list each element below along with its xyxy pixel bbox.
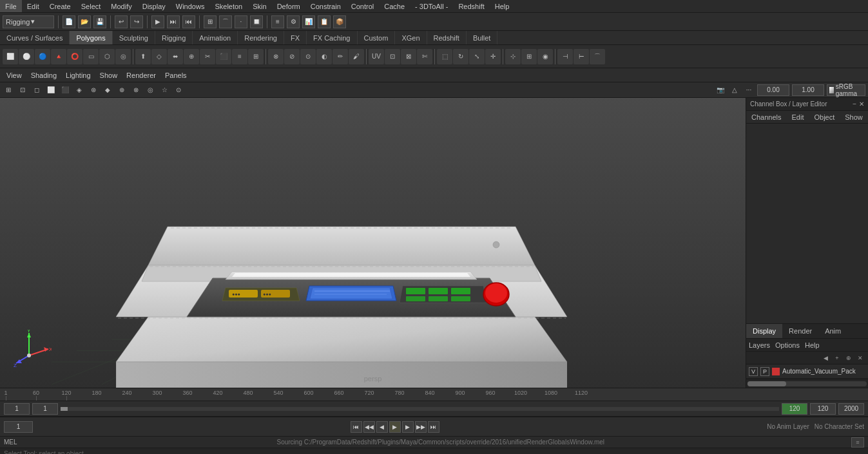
scroll-track[interactable] bbox=[747, 381, 867, 386]
rs-icon3[interactable]: ◻ bbox=[31, 84, 43, 96]
menu-3dtoall[interactable]: - 3DToAll - bbox=[410, 0, 453, 12]
tool-cylinder[interactable]: 🔵 bbox=[35, 49, 50, 64]
input-line-btn[interactable]: ≡ bbox=[271, 15, 284, 28]
next-frame-btn[interactable]: ▶ bbox=[402, 421, 414, 433]
layer-icon-add-anim[interactable]: + bbox=[832, 353, 842, 363]
layer-playback-toggle[interactable]: P bbox=[760, 367, 769, 376]
menu-display[interactable]: Display bbox=[137, 0, 171, 12]
render-btn[interactable]: ▶ bbox=[151, 15, 164, 28]
view-menu[interactable]: View bbox=[3, 68, 26, 82]
menu-select[interactable]: Select bbox=[76, 0, 106, 12]
snap-point-btn[interactable]: · bbox=[235, 15, 247, 28]
start-frame-input[interactable] bbox=[4, 403, 30, 415]
layers-menu-help[interactable]: Help bbox=[805, 341, 820, 349]
tab-polygons[interactable]: Polygons bbox=[70, 31, 112, 44]
tab-fx[interactable]: FX bbox=[284, 31, 307, 44]
redo-btn[interactable]: ↪ bbox=[130, 15, 143, 28]
tool-plane[interactable]: ▭ bbox=[83, 49, 99, 64]
tab-custom[interactable]: Custom bbox=[358, 31, 396, 44]
layer-color-swatch[interactable] bbox=[772, 368, 780, 375]
layers-menu-options[interactable]: Options bbox=[775, 341, 800, 349]
new-scene-btn[interactable]: 📄 bbox=[63, 15, 75, 28]
tab-sculpting[interactable]: Sculpting bbox=[113, 31, 155, 44]
tool-offset[interactable]: ⊞ bbox=[248, 49, 264, 64]
rs-icon12[interactable]: ☆ bbox=[159, 84, 170, 96]
go-to-start-btn[interactable]: ⏮ bbox=[351, 421, 362, 433]
rs-value1-input[interactable] bbox=[757, 84, 789, 96]
menu-skeleton[interactable]: Skeleton bbox=[209, 0, 247, 12]
layer-icon-delete[interactable]: ✕ bbox=[855, 353, 865, 363]
tab-redshift[interactable]: Redshift bbox=[427, 31, 467, 44]
tool-rotate[interactable]: ↻ bbox=[453, 49, 468, 64]
show-menu[interactable]: Show bbox=[96, 68, 122, 82]
rs-color-space-btn[interactable]: sRGB gamma bbox=[827, 84, 865, 96]
viewport[interactable]: .gl{stroke:#4a8a4a;stroke-width:0.5;opac… bbox=[0, 98, 746, 388]
rs-icon9[interactable]: ⊕ bbox=[116, 84, 128, 96]
tool-split[interactable]: ✂ bbox=[200, 49, 215, 64]
tool-unfold[interactable]: ⊡ bbox=[385, 49, 400, 64]
channel-box-minimize[interactable]: − bbox=[853, 100, 856, 108]
rs-icon2[interactable]: ⊡ bbox=[17, 84, 28, 96]
tool-paint[interactable]: 🖌 bbox=[349, 49, 364, 64]
mode-dropdown[interactable]: Rigging ▾ bbox=[3, 15, 54, 28]
layers-menu-layers[interactable]: Layers bbox=[749, 341, 770, 349]
tool-bevel[interactable]: ◇ bbox=[151, 49, 167, 64]
tool-insert-loop[interactable]: ≡ bbox=[232, 49, 247, 64]
menu-cache[interactable]: Cache bbox=[379, 0, 410, 12]
tab-show[interactable]: Show bbox=[840, 111, 868, 123]
tool-sphere[interactable]: ⚪ bbox=[19, 49, 34, 64]
lighting-menu[interactable]: Lighting bbox=[62, 68, 95, 82]
rs-icon6[interactable]: ◈ bbox=[73, 84, 85, 96]
shading-menu[interactable]: Shading bbox=[27, 68, 61, 82]
char-set-dropdown[interactable]: No Character Set bbox=[815, 423, 864, 430]
tab-fx-caching[interactable]: FX Caching bbox=[307, 31, 357, 44]
tab-curves-surfaces[interactable]: Curves / Surfaces bbox=[0, 31, 70, 44]
menu-constrain[interactable]: Constrain bbox=[305, 0, 346, 12]
scroll-thumb[interactable] bbox=[747, 381, 786, 386]
tool-disk[interactable]: ⬡ bbox=[99, 49, 115, 64]
snap-curve-btn[interactable]: ⌒ bbox=[219, 15, 232, 28]
rs-value2-input[interactable] bbox=[792, 84, 824, 96]
layer-icon-add-obj[interactable]: ⊕ bbox=[844, 353, 854, 363]
panels-menu[interactable]: Panels bbox=[161, 68, 191, 82]
anim-layer-dropdown[interactable]: No Anim Layer bbox=[767, 423, 809, 430]
tool-separate[interactable]: ⊘ bbox=[284, 49, 300, 64]
rs-icon10[interactable]: ⊗ bbox=[130, 84, 142, 96]
tool-merge[interactable]: ⊕ bbox=[184, 49, 199, 64]
menu-control[interactable]: Control bbox=[346, 0, 379, 12]
layer-visibility-toggle[interactable]: V bbox=[749, 367, 758, 376]
tool-snap-pts[interactable]: ⊹ bbox=[505, 49, 521, 64]
current-frame-input[interactable] bbox=[32, 403, 58, 415]
step-back-btn[interactable]: ◀◀ bbox=[363, 421, 375, 433]
tool-smooth[interactable]: ◐ bbox=[316, 49, 332, 64]
tab-xgen[interactable]: XGen bbox=[395, 31, 427, 44]
tool-soft-sel[interactable]: ◉ bbox=[537, 49, 553, 64]
menu-modify[interactable]: Modify bbox=[106, 0, 137, 12]
tool-uv-editor[interactable]: UV bbox=[369, 49, 384, 64]
tool-cut-sew[interactable]: ✄ bbox=[417, 49, 432, 64]
rs-icon11[interactable]: ◎ bbox=[144, 84, 156, 96]
status-icon[interactable]: ≡ bbox=[851, 437, 864, 448]
playback-speed-input[interactable] bbox=[782, 403, 807, 415]
go-to-end-btn[interactable]: ⏭ bbox=[428, 421, 439, 433]
tool-symmetry[interactable]: ⊣ bbox=[557, 49, 573, 64]
tool-combine[interactable]: ⊗ bbox=[268, 49, 284, 64]
outliner-btn[interactable]: 📋 bbox=[318, 15, 331, 28]
menu-edit[interactable]: Edit bbox=[22, 0, 44, 12]
tool-pipe[interactable]: ◎ bbox=[115, 49, 131, 64]
rs-icon7[interactable]: ⊛ bbox=[88, 84, 99, 96]
rs-icon8[interactable]: ◆ bbox=[102, 84, 113, 96]
snap-view-btn[interactable]: 🔲 bbox=[250, 15, 263, 28]
tool-mirror[interactable]: ⊢ bbox=[574, 49, 589, 64]
bt-tab-render[interactable]: Render bbox=[782, 324, 818, 338]
tool-bridge[interactable]: ⬌ bbox=[168, 49, 183, 64]
tool-cube[interactable]: ⬜ bbox=[3, 49, 18, 64]
tab-rigging[interactable]: Rigging bbox=[155, 31, 193, 44]
rs-icon4[interactable]: ⬜ bbox=[45, 84, 57, 96]
tab-bullet[interactable]: Bullet bbox=[467, 31, 498, 44]
attribute-editor-btn[interactable]: 📊 bbox=[302, 15, 315, 28]
tool-torus[interactable]: ⭕ bbox=[67, 49, 82, 64]
prev-frame-btn[interactable]: ◀ bbox=[376, 421, 388, 433]
bt-tab-anim[interactable]: Anim bbox=[818, 324, 847, 338]
playback-frame-display[interactable] bbox=[4, 421, 33, 433]
